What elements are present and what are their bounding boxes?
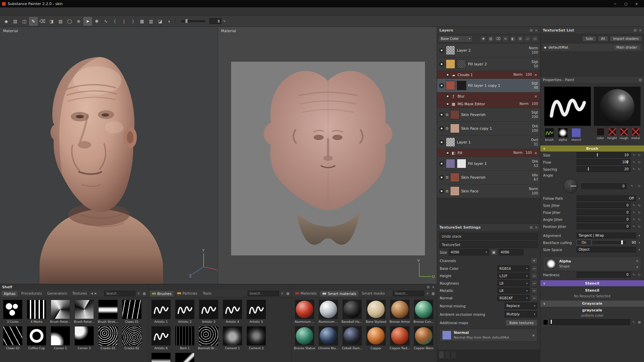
layer-name[interactable]: Fill layer 2 [468, 62, 526, 66]
pencil-icon[interactable]: ✎ [632, 161, 636, 164]
visibility-toggle[interactable]: ● [439, 62, 444, 67]
main-shader-button[interactable]: Main shader [613, 45, 640, 50]
collapse-icon[interactable]: ∨ [543, 147, 545, 150]
material-item[interactable]: Copper Red... [389, 326, 411, 350]
layer-name[interactable]: Fill layer 1 [468, 162, 526, 166]
layer-blend-mode[interactable]: Norm [529, 187, 538, 191]
shelf-tab[interactable]: Alphas [1, 290, 18, 297]
material-item[interactable]: Aluminium ... [294, 300, 315, 323]
undo-stack-bar[interactable]: Undo stack [439, 233, 538, 240]
materials-tab[interactable]: Materials [293, 290, 319, 296]
dock-icon[interactable]: ⊞ [530, 226, 532, 229]
gradient-handle[interactable] [551, 320, 552, 324]
layer-opacity[interactable]: 100 [532, 191, 538, 196]
stencil-section-header[interactable]: ∨ Stencil [540, 280, 644, 286]
brush-stroke-preview[interactable] [544, 86, 591, 126]
brush-size-value[interactable]: 8 [209, 18, 221, 24]
visibility-toggle[interactable]: ● [439, 112, 444, 117]
visibility-toggle[interactable]: ● [446, 102, 449, 106]
slider-handle[interactable] [185, 19, 187, 23]
scene-tool-icon[interactable]: ▤ [11, 17, 19, 25]
paint-mode-button[interactable]: brush [544, 128, 555, 141]
particles-tool[interactable]: ✱ [93, 17, 101, 25]
layer-name[interactable]: Skin Face copy 1 [461, 126, 526, 131]
shelf-item[interactable]: Brush Rotat... [50, 300, 71, 323]
paint-mode-button[interactable]: stencil [571, 128, 582, 141]
viewport-3d[interactable]: Material [0, 27, 218, 284]
cycle-icon[interactable]: ↻ [637, 225, 641, 228]
channel-swatch[interactable]: metal [631, 128, 641, 140]
channel-swatch[interactable]: height [607, 128, 617, 140]
paint-brush-tool[interactable]: ✎ [29, 17, 38, 25]
backface-slider[interactable] [593, 241, 626, 244]
brush-item[interactable]: Cement 1 [222, 326, 243, 350]
viewport-2d-mode-label[interactable]: Material [221, 29, 236, 33]
chevron-down-icon[interactable]: ▾ [637, 248, 641, 251]
display-wireframe-icon[interactable]: ▥ [147, 17, 155, 25]
pencil-icon[interactable]: ✎ [630, 184, 634, 188]
size-space-select[interactable]: Object [577, 247, 636, 252]
backface-on-button[interactable]: On [577, 240, 591, 245]
shelf-item[interactable]: Claws 02 [2, 326, 23, 350]
hardness-field[interactable]: 0 [577, 272, 631, 278]
layer-row[interactable]: ● ⧉ Skin Face Norm 100 × [437, 184, 540, 198]
shelf-item[interactable]: Corner 2 [73, 326, 95, 350]
material-item[interactable]: Chrome Blu... [318, 326, 339, 350]
grayscale-section-header[interactable]: ∨ Grayscale [540, 301, 644, 307]
layer-row[interactable]: ● ⧉ Layer 1 Ovrl 31 × [437, 135, 540, 149]
add-folder-icon[interactable]: ⊞ [517, 36, 524, 42]
material-item[interactable]: Bronze Corr... [413, 300, 434, 323]
layer-thumbnail[interactable] [450, 124, 460, 133]
layer-opacity[interactable]: 98 [534, 85, 538, 90]
brushes-tab[interactable]: Brushes [149, 290, 174, 297]
shelf-item[interactable]: 3 Cicles [2, 300, 23, 323]
paint-mode-button[interactable]: alpha [557, 128, 569, 141]
shelf-item[interactable]: Brush Strok... [97, 300, 119, 323]
viewport-2d[interactable]: Material [218, 27, 437, 284]
menu-item[interactable] [1, 10, 7, 12]
bake-textures-button[interactable]: Bake textures [505, 319, 537, 326]
polygon-fill-tool[interactable]: ▧ [56, 17, 65, 25]
layer-row[interactable]: ● ▩ ⧉ MG Mask Editor Norm 100 × [437, 100, 540, 108]
channel-format-select[interactable]: RGB16F ▾ [497, 295, 530, 301]
settings-tab[interactable] [439, 351, 444, 358]
material-item[interactable]: Copper [365, 326, 387, 350]
brush-item[interactable]: Artistic 1 [150, 300, 172, 323]
layer-opacity[interactable]: 100 [532, 102, 538, 106]
add-channel-button[interactable]: + [531, 257, 537, 264]
layer-thumbnail[interactable] [450, 110, 460, 119]
brush-item[interactable]: Bark 1 [174, 326, 196, 350]
remove-effect-icon[interactable]: × [534, 151, 538, 155]
layer-blend-mode[interactable]: Slgt [532, 110, 538, 115]
channel-format-select[interactable]: RGB16 ▾ [497, 265, 530, 272]
shelf-item[interactable]: 4 Marks [26, 300, 47, 323]
alpha-resource-card[interactable]: Alpha Shape × ▾ [543, 256, 641, 271]
jitter-field[interactable]: 0 [577, 224, 631, 229]
cycle-icon[interactable]: ↻ [637, 154, 641, 157]
minimize-window-button[interactable]: ─ [610, 0, 621, 7]
remove-effect-icon[interactable]: × [534, 73, 538, 77]
layer-opacity[interactable]: 31 [534, 142, 538, 147]
menu-item[interactable] [32, 10, 38, 12]
remove-normal-map-icon[interactable]: × [532, 333, 535, 338]
visibility-toggle[interactable]: ● [439, 161, 444, 166]
angle-field[interactable]: 0 [581, 183, 627, 189]
cycle-icon[interactable]: ↻ [637, 168, 641, 171]
brushes-search-input[interactable] [248, 291, 279, 296]
layer-opacity[interactable]: 53 [534, 164, 538, 168]
slider-handle[interactable] [621, 240, 623, 244]
visibility-toggle[interactable]: ● [446, 73, 449, 77]
brush-item[interactable]: Artistic 5 [246, 300, 267, 323]
brush-item[interactable]: Artistic 3 [198, 300, 219, 323]
stack-tool-icon[interactable]: ◆ [2, 17, 10, 25]
layer-name[interactable]: MG Mask Editor [458, 102, 518, 106]
rotation-snap-icon[interactable]: ◗ [165, 17, 173, 25]
layer-blend-mode[interactable]: Norm [513, 150, 522, 155]
cycle-icon[interactable]: ↻ [637, 184, 641, 188]
brush-item[interactable]: Basmati Brush [198, 326, 219, 350]
shelf-tab[interactable]: Textures [70, 290, 89, 296]
shelf-item[interactable]: Cracks 01 [97, 326, 119, 350]
shelf-item[interactable]: Brush Rotat... [73, 300, 95, 323]
pencil-icon[interactable]: ✎ [632, 225, 636, 228]
material-item[interactable]: Cobalt Dam... [341, 326, 363, 350]
